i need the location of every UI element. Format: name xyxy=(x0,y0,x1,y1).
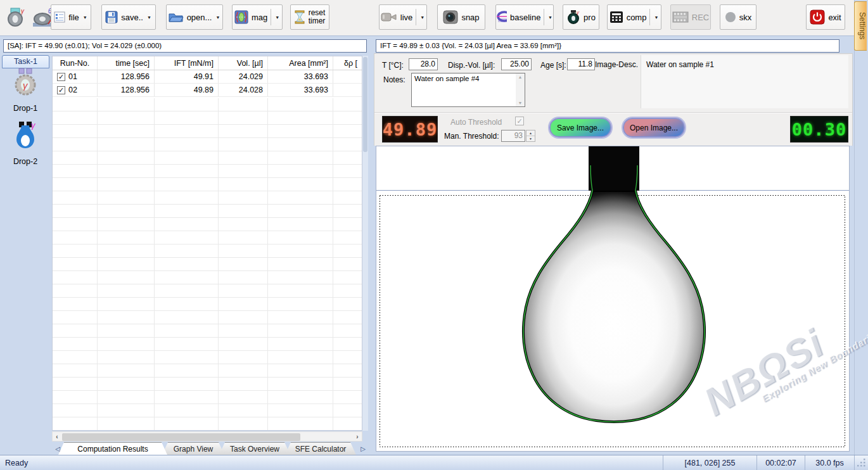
open-button[interactable]: open... ▼ xyxy=(166,4,223,30)
task-tab[interactable]: Task-1 xyxy=(2,55,49,68)
status-fps: 30.0 fps xyxy=(805,455,854,470)
notes-scrollbar[interactable]: ▲ ▼ xyxy=(516,73,525,106)
file-button[interactable]: file ▼ xyxy=(51,4,91,30)
save-floppy-icon xyxy=(105,11,118,23)
results-table: Run-No. time [sec] IFT [mN/m] Vol. [µl] … xyxy=(52,56,362,431)
tab-next-arrow-icon[interactable]: ▷ xyxy=(357,442,369,455)
tab-graph-view[interactable]: Graph View xyxy=(162,442,224,455)
col-header-run: Run-No. xyxy=(53,56,98,70)
file-button-label: file xyxy=(68,13,79,22)
snap-button-label: snap xyxy=(461,13,479,22)
skx-button[interactable]: skx xyxy=(720,4,756,30)
image-desc-value: Water on sample #1 xyxy=(646,60,714,69)
table-row[interactable]: ✓02 128.956 49.89 24.028 33.693 xyxy=(53,84,362,97)
save-dropdown-arrow-icon[interactable]: ▼ xyxy=(146,15,152,20)
pro-drop-icon: γ xyxy=(566,10,580,24)
horizontal-scrollbar-thumb[interactable] xyxy=(62,433,300,441)
table-horizontal-scrollbar[interactable]: ‹ › xyxy=(52,431,362,441)
drop-2-label: Drop-2 xyxy=(0,157,51,166)
scroll-right-arrow-icon[interactable]: › xyxy=(353,433,362,440)
bottom-tab-bar: ◁ Computation Results Graph View Task Ov… xyxy=(52,442,369,455)
pendant-drop-image xyxy=(376,146,849,451)
live-button[interactable]: live ▼ xyxy=(379,4,427,30)
man-threshold-spinner[interactable]: ▲ ▼ xyxy=(526,130,535,142)
disp-vol-field[interactable]: 25.00 xyxy=(501,58,532,70)
table-row[interactable]: ✓01 128.956 49.91 24.029 33.693 xyxy=(53,70,362,84)
drop-image-view xyxy=(376,146,850,452)
sidebar-item-drop-2[interactable]: γ Drop-2 xyxy=(0,120,51,166)
baseline-separator xyxy=(544,9,544,25)
table-vertical-scrollbar[interactable] xyxy=(362,56,368,431)
cell-time: 128.956 xyxy=(98,84,155,96)
cell-ift: 49.91 xyxy=(155,70,219,83)
reset-timer-label: resettimer xyxy=(309,9,326,25)
cell-area: 33.693 xyxy=(268,84,333,96)
image-desc-value-area[interactable]: Water on sample #1 xyxy=(641,55,848,108)
comp-button[interactable]: comp ▼ xyxy=(607,4,661,30)
temperature-field[interactable]: 28.0 xyxy=(409,58,438,70)
snap-button[interactable]: snap xyxy=(437,4,485,30)
comp-dropdown-arrow-icon[interactable]: ▼ xyxy=(653,15,659,20)
spinner-up-icon[interactable]: ▲ xyxy=(527,130,535,136)
tab-sfe-calculator[interactable]: SFE Calculator xyxy=(285,442,356,455)
open-image-button[interactable]: Open Image... xyxy=(623,118,685,137)
rec-button-label: REC xyxy=(692,13,709,22)
table-header-row: Run-No. time [sec] IFT [mN/m] Vol. [µl] … xyxy=(53,56,362,70)
notes-label: Notes: xyxy=(383,75,405,84)
video-camera-icon xyxy=(381,12,397,22)
pro-button-label: pro xyxy=(584,13,596,22)
sidebar-item-drop-1[interactable]: γ Drop-1 xyxy=(0,67,51,113)
cell-run: 01 xyxy=(68,72,77,81)
power-exit-icon xyxy=(810,10,825,25)
tab-task-overview[interactable]: Task Overview xyxy=(219,442,290,455)
settings-tab[interactable]: Settings xyxy=(854,1,867,51)
hourglass-icon xyxy=(295,10,305,24)
table-empty-grid xyxy=(53,98,362,430)
exit-button-label: exit xyxy=(828,13,841,22)
vertical-scrollbar-thumb[interactable] xyxy=(363,57,367,152)
toolbar: γ θ file ▼ save.. ▼ xyxy=(0,0,854,36)
mag-button[interactable]: mag ▼ xyxy=(232,4,283,30)
magnification-icon xyxy=(234,10,248,24)
status-elapsed-time: 00:02:07 xyxy=(756,455,805,470)
tab-computation-results[interactable]: Computation Results xyxy=(58,442,167,455)
col-header-ift: IFT [mN/m] xyxy=(155,56,219,70)
drop-1-icon: γ xyxy=(11,67,39,101)
right-result-status: IFT = 49.89 ± 0.03 {Vol. = 24.03 [µl] Ar… xyxy=(376,39,839,53)
reset-timer-button[interactable]: resettimer xyxy=(290,4,329,30)
mag-dropdown-arrow-icon[interactable]: ▼ xyxy=(274,15,280,20)
panel-divider xyxy=(374,112,852,113)
baseline-button[interactable]: baseline ▼ xyxy=(495,4,554,30)
scroll-left-arrow-icon[interactable]: ‹ xyxy=(53,433,61,440)
mag-separator xyxy=(271,9,271,25)
cell-drho xyxy=(333,84,362,96)
exit-button[interactable]: exit xyxy=(806,4,845,30)
pro-button[interactable]: γ pro xyxy=(563,4,599,30)
row-checkbox[interactable]: ✓ xyxy=(57,73,65,81)
man-threshold-label: Man. Threshold: xyxy=(444,132,499,141)
file-dropdown-arrow-icon[interactable]: ▼ xyxy=(82,15,88,20)
notes-scroll-up-icon[interactable]: ▲ xyxy=(518,75,523,79)
cell-area: 33.693 xyxy=(268,70,333,83)
cell-run: 02 xyxy=(68,86,77,94)
col-header-area: Area [mm²] xyxy=(268,56,333,70)
save-image-button[interactable]: Save Image... xyxy=(549,118,611,137)
auto-threshold-checkbox[interactable]: ✓ xyxy=(515,117,524,125)
notes-textarea[interactable]: Water on sample #4 ▲ ▼ xyxy=(411,73,525,107)
spinner-down-icon[interactable]: ▼ xyxy=(527,136,535,141)
row-checkbox[interactable]: ✓ xyxy=(57,86,65,94)
live-dropdown-arrow-icon[interactable]: ▼ xyxy=(419,15,425,20)
notes-scroll-down-icon[interactable]: ▼ xyxy=(518,101,523,105)
open-dropdown-arrow-icon[interactable]: ▼ xyxy=(215,15,220,20)
table-grid-line xyxy=(97,98,98,430)
image-desc-block: Image-Desc. Water on sample #1 xyxy=(590,55,848,108)
app-logo-icons: γ θ xyxy=(5,8,56,28)
resize-grip[interactable] xyxy=(854,455,868,470)
save-button[interactable]: save.. ▼ xyxy=(101,4,156,30)
table-grid-line xyxy=(267,98,268,430)
man-threshold-field[interactable]: 93 xyxy=(501,130,525,142)
baseline-dropdown-arrow-icon[interactable]: ▼ xyxy=(547,15,553,20)
camera-lens-icon xyxy=(443,10,458,24)
status-pixel-coords: [481, 026] 255 xyxy=(663,455,756,470)
svg-text:γ: γ xyxy=(577,10,580,15)
